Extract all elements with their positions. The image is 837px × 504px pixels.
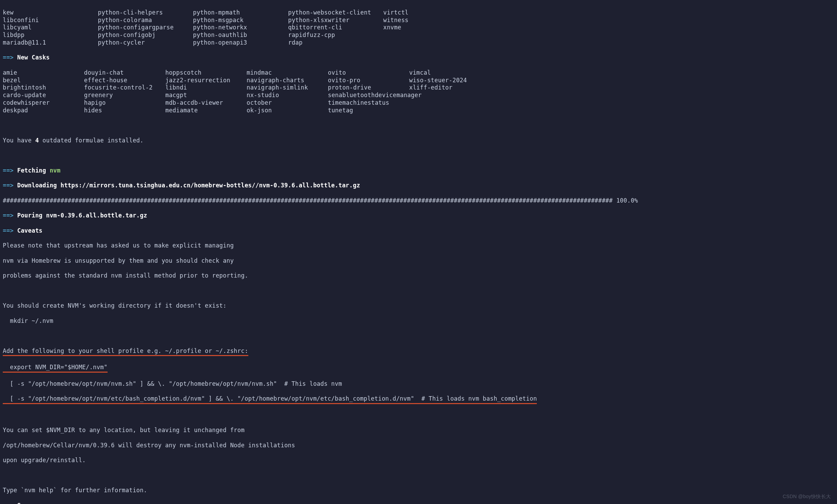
- summary-heading: ==> Summary: [3, 502, 834, 504]
- progress-bar: ########################################…: [3, 197, 834, 205]
- formula-item: python-openapi3: [193, 39, 288, 47]
- cask-item: xliff-editor: [409, 84, 490, 92]
- formula-item: python-websocket-client: [288, 9, 383, 17]
- section-arrow: ==>: [3, 54, 13, 61]
- export-line: export NVM_DIR="$HOME/.nvm": [3, 364, 834, 373]
- caveats-text: problems against the standard nvm instal…: [3, 272, 834, 280]
- formula-item: qbittorrent-cli: [288, 24, 383, 31]
- cask-item: cardo-update: [3, 92, 84, 99]
- caveats-text: Please note that upstream has asked us t…: [3, 242, 834, 250]
- formula-item: python-cli-helpers: [98, 9, 193, 17]
- caveats-text: nvm via Homebrew is unsupported by them …: [3, 257, 834, 265]
- caveats-text: mkdir ~/.nvm: [3, 317, 834, 325]
- formula-item: python-cycler: [98, 39, 193, 47]
- blank-line: [3, 287, 834, 295]
- cask-item: brightintosh: [3, 84, 84, 92]
- formula-item: mariadb@11.1: [3, 39, 98, 47]
- formula-item: kew: [3, 9, 98, 17]
- formula-item: python-oauthlib: [193, 31, 288, 39]
- caveats-text: upon upgrade/reinstall.: [3, 457, 834, 464]
- cask-item: hapigo: [84, 99, 165, 107]
- cask-item: navigraph-charts: [247, 77, 328, 84]
- cask-item: navigraph-simlink: [247, 84, 328, 92]
- cask-item: jazz2-resurrection: [165, 77, 247, 84]
- cask-item: deskpad: [3, 107, 84, 114]
- cask-item: [409, 92, 490, 99]
- load-nvm-line: [ -s "/opt/homebrew/opt/nvm/nvm.sh" ] &&…: [3, 380, 834, 388]
- blank-line: [3, 332, 834, 340]
- formula-item: libdpp: [3, 31, 98, 39]
- formula-item: python-xlsxwriter: [288, 17, 383, 24]
- cask-item: [409, 107, 490, 114]
- cask-item: [409, 99, 490, 107]
- blank-line: [3, 412, 834, 419]
- formula-item: [383, 39, 478, 47]
- cask-item: mindmac: [247, 69, 328, 77]
- blank-line: [3, 152, 834, 159]
- terminal-output[interactable]: kewpython-cli-helperspython-mpmathpython…: [0, 0, 837, 504]
- cask-item: nx-studio: [247, 92, 328, 99]
- formula-item: libconfini: [3, 17, 98, 24]
- cask-item: hoppscotch: [165, 69, 247, 77]
- cask-item: proton-drive: [328, 84, 409, 92]
- cask-item: codewhisperer: [3, 99, 84, 107]
- caveats-text: /opt/homebrew/Cellar/nvm/0.39.6 will des…: [3, 442, 834, 449]
- cask-item: wiso-steuer-2024: [409, 77, 490, 84]
- blank-line: [3, 472, 834, 479]
- formula-item: python-configobj: [98, 31, 193, 39]
- cask-item: mediamate: [165, 107, 247, 114]
- formulae-list: kewpython-cli-helperspython-mpmathpython…: [3, 9, 834, 47]
- cask-item: focusrite-control-2: [84, 84, 165, 92]
- formula-item: python-mpmath: [193, 9, 288, 17]
- caveats-text: You should create NVM's working director…: [3, 302, 834, 310]
- cask-item: senabluetoothdevicemanager: [328, 92, 409, 99]
- blank-line: [3, 122, 834, 129]
- formula-item: python-configargparse: [98, 24, 193, 31]
- load-bash-line: [ -s "/opt/homebrew/opt/nvm/etc/bash_com…: [3, 395, 834, 404]
- caveats-text: Add the following to your shell profile …: [3, 347, 834, 356]
- downloading-line: ==> Downloading https://mirrors.tuna.tsi…: [3, 182, 834, 189]
- formula-item: witness: [383, 17, 478, 24]
- casks-list: amiedouyin-chathoppscotchmindmacovitovim…: [3, 69, 834, 114]
- cask-item: ovito-pro: [328, 77, 409, 84]
- formula-item: rapidfuzz-cpp: [288, 31, 383, 39]
- cask-item: greenery: [84, 92, 165, 99]
- cask-item: douyin-chat: [84, 69, 165, 77]
- cask-item: effect-house: [84, 77, 165, 84]
- cask-item: mdb-accdb-viewer: [165, 99, 247, 107]
- formula-item: python-msgpack: [193, 17, 288, 24]
- cask-item: tunetag: [328, 107, 409, 114]
- casks-heading: New Casks: [17, 54, 50, 61]
- formula-item: rdap: [288, 39, 383, 47]
- watermark-text: CSDN @boy快快长大: [783, 494, 831, 500]
- cask-item: amie: [3, 69, 84, 77]
- caveats-text: Type `nvm help` for further information.: [3, 487, 834, 494]
- outdated-line: You have 4 outdated formulae installed.: [3, 137, 834, 144]
- cask-item: timemachinestatus: [328, 99, 409, 107]
- caveats-heading: ==> Caveats: [3, 227, 834, 235]
- formula-item: python-colorama: [98, 17, 193, 24]
- formula-item: python-networkx: [193, 24, 288, 31]
- cask-item: vimcal: [409, 69, 490, 77]
- cask-item: hides: [84, 107, 165, 114]
- formula-item: xnvme: [383, 24, 478, 31]
- formula-item: virtctl: [383, 9, 478, 17]
- formula-item: [383, 31, 478, 39]
- cask-item: october: [247, 99, 328, 107]
- cask-item: macgpt: [165, 92, 247, 99]
- fetching-line: ==> Fetching nvm: [3, 167, 834, 175]
- cask-item: ovito: [328, 69, 409, 77]
- cask-item: libndi: [165, 84, 247, 92]
- formula-item: libcyaml: [3, 24, 98, 31]
- caveats-text: You can set $NVM_DIR to any location, bu…: [3, 427, 834, 434]
- pouring-line: ==> Pouring nvm-0.39.6.all.bottle.tar.gz: [3, 212, 834, 220]
- cask-item: ok-json: [247, 107, 328, 114]
- cask-item: bezel: [3, 77, 84, 84]
